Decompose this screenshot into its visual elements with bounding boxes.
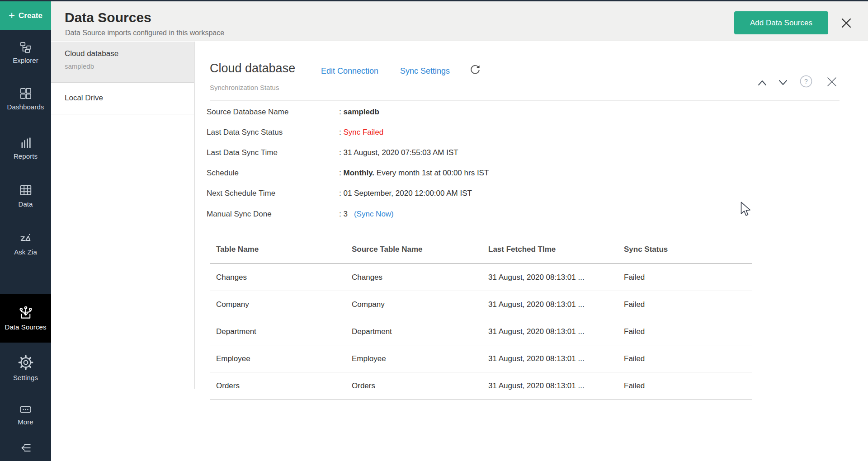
table-row: Employee Employee 31 August, 2020 08:13:… — [210, 345, 752, 372]
cell-table-name: Employee — [216, 354, 352, 363]
collapse-sidebar-icon — [19, 442, 32, 454]
source-name: Cloud database — [65, 49, 187, 58]
cell-source-table-name: Orders — [352, 381, 488, 390]
sync-settings-link[interactable]: Sync Settings — [400, 66, 450, 76]
col-header-sync-status: Sync Status — [624, 245, 752, 254]
table-header-row: Table Name Source Table Name Last Fetche… — [210, 236, 752, 263]
zia-icon — [19, 231, 33, 245]
sidebar-item-label: Explorer — [0, 56, 51, 64]
detail-row-last-data-sync-status: Last Data Sync Status: Sync Failed — [207, 128, 383, 137]
chevron-up-icon[interactable] — [758, 79, 767, 86]
sidebar-item-label: Reports — [0, 152, 51, 160]
detail-value: 3 — [343, 210, 347, 218]
detail-label: Schedule — [207, 169, 339, 178]
create-button[interactable]: + Create — [0, 1, 51, 30]
cell-table-name: Changes — [216, 273, 352, 282]
table-row: Company Company 31 August, 2020 08:13:01… — [210, 291, 752, 318]
edit-connection-link[interactable]: Edit Connection — [321, 66, 378, 76]
sidebar-item-label: Data — [0, 200, 51, 208]
sidebar-item-label: Dashboards — [0, 103, 51, 111]
detail-label: Source Database Name — [207, 108, 339, 117]
sidebar-item-label: Data Sources — [0, 323, 51, 331]
sidebar-item-data[interactable]: Data — [0, 183, 51, 208]
top-border-strip — [0, 0, 868, 1]
col-header-table-name: Table Name — [216, 245, 352, 254]
sidebar-item-settings[interactable]: Settings — [0, 354, 51, 381]
detail-row-last-data-sync-time: Last Data Sync Time: 31 August, 2020 07:… — [207, 148, 458, 157]
table-row: Changes Changes 31 August, 2020 08:13:01… — [210, 264, 752, 291]
page-title: Data Sources — [65, 10, 151, 25]
cell-sync-status: Failed — [624, 273, 752, 282]
detail-value: 31 August, 2020 07:55:03 AM IST — [343, 148, 458, 157]
page-subtitle: Data Source imports configured in this w… — [65, 29, 224, 37]
table-row: Orders Orders 31 August, 2020 08:13:01 .… — [210, 372, 752, 400]
detail-row-manual-sync-done: Manual Sync Done: 3(Sync Now) — [207, 210, 394, 219]
source-sub-label: sampledb — [65, 62, 187, 70]
cell-sync-status: Failed — [624, 300, 752, 309]
detail-label: Last Data Sync Status — [207, 128, 339, 137]
close-icon[interactable] — [840, 17, 853, 29]
hierarchy-icon — [19, 41, 32, 53]
mouse-cursor — [740, 202, 752, 217]
cell-table-name: Orders — [216, 381, 352, 390]
collapse-sidebar-button[interactable] — [0, 442, 51, 454]
cell-source-table-name: Changes — [352, 273, 488, 282]
detail-value: sampledb — [343, 108, 379, 116]
help-icon[interactable]: ? — [799, 75, 813, 88]
cell-sync-status: Failed — [624, 354, 752, 363]
refresh-icon[interactable] — [469, 64, 481, 76]
detail-row-schedule: Schedule: Monthly. Every month 1st at 00… — [207, 169, 489, 178]
cell-sync-status: Failed — [624, 327, 752, 336]
col-header-last-fetched-time: Last Fetched TIme — [488, 245, 624, 254]
detail-value: 01 September, 2020 12:00:00 AM IST — [343, 189, 472, 198]
detail-label: Manual Sync Done — [207, 210, 339, 219]
section-label: Synchronization Status — [210, 84, 279, 91]
detail-row-source-database-name: Source Database Name: sampledb — [207, 108, 379, 117]
import-branch-icon — [18, 306, 33, 321]
cell-last-fetched: 31 August, 2020 08:13:01 ... — [488, 354, 624, 363]
source-item-cloud-database[interactable]: Cloud database sampledb — [51, 42, 194, 83]
add-data-sources-button[interactable]: Add Data Sources — [734, 11, 828, 34]
bar-chart-icon — [19, 136, 32, 149]
sidebar-item-explorer[interactable]: Explorer — [0, 41, 51, 64]
detail-row-next-schedule-time: Next Schedule Time: 01 September, 2020 1… — [207, 189, 472, 198]
source-name: Local Drive — [65, 94, 187, 103]
section-divider-line — [210, 100, 840, 101]
sidebar-item-data-sources[interactable]: Data Sources — [0, 294, 51, 343]
sidebar-item-label: Settings — [0, 374, 51, 381]
cell-last-fetched: 31 August, 2020 08:13:01 ... — [488, 327, 624, 336]
cell-last-fetched: 31 August, 2020 08:13:01 ... — [488, 300, 624, 309]
cell-table-name: Company — [216, 300, 352, 309]
sync-failed-status: Sync Failed — [343, 128, 383, 136]
detail-label: Next Schedule Time — [207, 189, 339, 198]
table-row: Department Department 31 August, 2020 08… — [210, 318, 752, 345]
panel-divider-line — [194, 42, 195, 389]
cell-source-table-name: Department — [352, 327, 488, 336]
panel-close-icon[interactable] — [826, 75, 838, 88]
detail-value: Every month 1st at 00:00 hrs IST — [377, 169, 489, 177]
sidebar-item-reports[interactable]: Reports — [0, 136, 51, 160]
ellipsis-icon — [19, 404, 32, 415]
detail-label: Last Data Sync Time — [207, 148, 339, 157]
sync-now-link[interactable]: (Sync Now) — [354, 210, 394, 218]
panel-title: Cloud database — [210, 61, 295, 75]
gear-icon — [18, 354, 34, 371]
sidebar-item-dashboards[interactable]: Dashboards — [0, 87, 51, 111]
sidebar-item-more[interactable]: More — [0, 404, 51, 426]
cell-last-fetched: 31 August, 2020 08:13:01 ... — [488, 273, 624, 282]
svg-text:?: ? — [804, 78, 808, 85]
sidebar-item-label: Ask Zia — [0, 248, 51, 256]
cell-table-name: Department — [216, 327, 352, 336]
cell-source-table-name: Employee — [352, 354, 488, 363]
create-label: Create — [19, 11, 42, 20]
source-item-local-drive[interactable]: Local Drive — [51, 83, 194, 114]
sidebar-item-ask-zia[interactable]: Ask Zia — [0, 231, 51, 256]
plus-icon: + — [9, 10, 15, 21]
data-source-list: Cloud database sampledb Local Drive — [51, 42, 194, 114]
chevron-down-icon[interactable] — [778, 79, 788, 86]
sidebar-item-label: More — [0, 418, 51, 426]
cell-last-fetched: 31 August, 2020 08:13:01 ... — [488, 381, 624, 390]
page-header: Data Sources Data Source imports configu… — [51, 1, 868, 41]
grid-icon — [19, 87, 32, 100]
table-icon — [19, 183, 33, 197]
